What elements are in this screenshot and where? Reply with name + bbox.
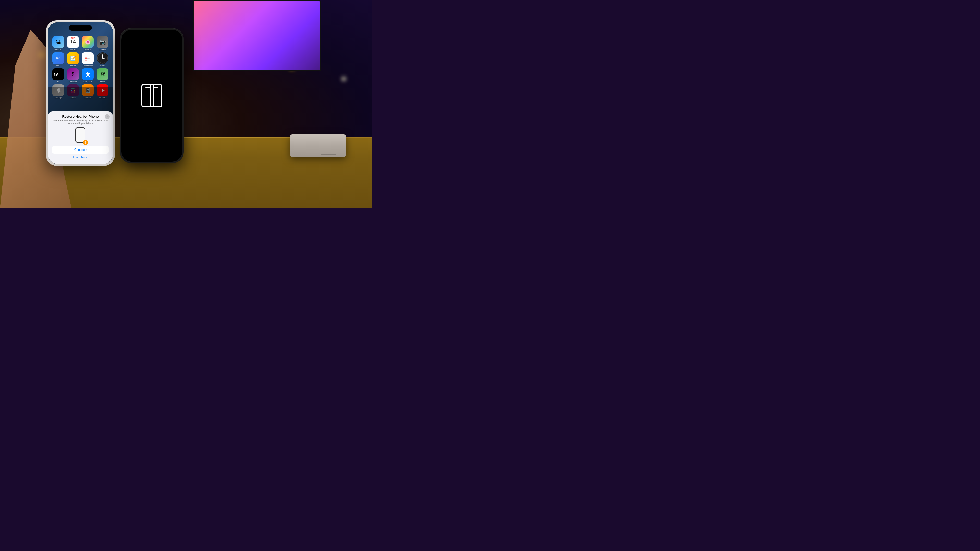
notes-icon: 📝 — [67, 52, 79, 64]
svg-line-10 — [103, 58, 105, 59]
app-icon-notes[interactable]: 📝 Notes — [66, 52, 80, 67]
tv-icon: tv — [52, 68, 64, 80]
mac-mini — [290, 134, 346, 157]
phone-illustration: ! — [74, 127, 87, 144]
iphone-home-screen: 🌤 Weather TUE 14 Calendar 🌸 Photos 📷 — [48, 22, 113, 164]
app-icon-appstore[interactable]: App Store — [81, 68, 94, 83]
mail-icon: ✉ — [52, 52, 64, 64]
svg-text:tv: tv — [54, 72, 58, 76]
notes-label: Notes — [70, 65, 76, 67]
mail-label: Mail — [56, 65, 60, 67]
svg-rect-2 — [87, 57, 90, 57]
reminders-icon — [82, 52, 94, 64]
appstore-label: App Store — [83, 81, 92, 83]
phone-warning-icon: ! — [83, 140, 88, 145]
dialog-close-button[interactable]: ✕ — [105, 114, 110, 119]
clock-label: Clock — [100, 65, 105, 67]
dialog-subtitle: An iPhone near you is in recovery mode. … — [52, 119, 109, 125]
restore-dialog: ✕ Restore Nearby iPhone An iPhone near y… — [48, 111, 113, 164]
clock-icon — [97, 52, 108, 64]
maps-label: Maps — [100, 81, 105, 83]
bokeh-light-4 — [342, 76, 346, 81]
learn-more-button[interactable]: Learn More — [52, 155, 109, 160]
iphone-source-screen-container: 🌤 Weather TUE 14 Calendar 🌸 Photos 📷 — [48, 22, 113, 164]
maps-icon: 🗺 — [97, 68, 108, 80]
iphone-target — [120, 28, 184, 163]
weather-icon: 🌤 — [52, 36, 64, 48]
dynamic-island — [69, 25, 92, 30]
podcasts-label: Podcasts — [69, 81, 77, 83]
dialog-overlay: ✕ Restore Nearby iPhone An iPhone near y… — [48, 87, 113, 164]
continue-button[interactable]: Continue — [52, 146, 109, 154]
app-icon-mail[interactable]: ✉ Mail — [52, 52, 65, 67]
app-icon-camera[interactable]: 📷 Camera — [96, 36, 109, 51]
svg-point-0 — [84, 55, 91, 62]
photos-label: Photos — [85, 48, 91, 51]
recovery-screen — [121, 30, 182, 162]
svg-point-7 — [97, 52, 108, 64]
calendar-day: 14 — [70, 39, 76, 44]
svg-point-5 — [86, 60, 86, 61]
recovery-icon — [142, 84, 162, 107]
monitor — [193, 0, 321, 71]
svg-rect-6 — [87, 60, 89, 60]
appstore-icon — [82, 68, 94, 80]
photos-icon: 🌸 — [82, 36, 94, 48]
tv-label: TV — [57, 81, 59, 83]
camera-label: Camera — [99, 48, 106, 51]
app-icon-maps[interactable]: 🗺 Maps — [96, 68, 109, 83]
app-icon-podcasts[interactable]: 🎙 Podcasts — [66, 68, 80, 83]
app-icon-clock[interactable]: Clock — [96, 52, 109, 67]
app-icon-calendar[interactable]: TUE 14 Calendar — [66, 36, 80, 51]
iphone-source: 🌤 Weather TUE 14 Calendar 🌸 Photos 📷 — [46, 21, 115, 166]
camera-icon: 📷 — [97, 36, 108, 48]
recovery-phone-2 — [150, 84, 162, 107]
dialog-illustration: ! — [52, 127, 109, 144]
svg-point-3 — [86, 58, 86, 59]
app-icon-tv[interactable]: tv TV — [52, 68, 65, 83]
svg-point-8 — [97, 53, 108, 63]
svg-point-11 — [102, 58, 103, 59]
svg-rect-4 — [87, 59, 89, 59]
reminders-label: Reminders — [83, 65, 93, 67]
calendar-icon: TUE 14 — [67, 36, 79, 48]
iphone-target-screen — [121, 30, 182, 162]
weather-label: Weather — [54, 48, 62, 51]
svg-point-1 — [86, 57, 86, 58]
app-icon-photos[interactable]: 🌸 Photos — [81, 36, 94, 51]
monitor-screen — [194, 1, 320, 70]
calendar-label: Calendar — [69, 48, 77, 51]
app-icon-weather[interactable]: 🌤 Weather — [52, 36, 65, 51]
dialog-title: Restore Nearby iPhone — [52, 114, 109, 118]
app-icon-reminders[interactable]: Reminders — [81, 52, 94, 67]
podcasts-icon: 🎙 — [67, 68, 79, 80]
